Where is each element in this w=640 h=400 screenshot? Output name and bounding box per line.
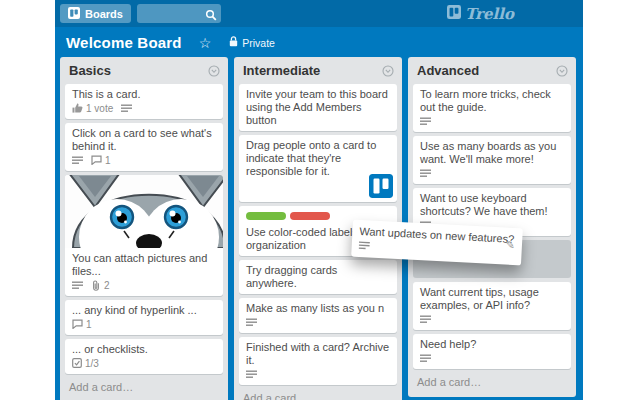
card[interactable]: Click on a card to see what's behind it.… — [65, 123, 223, 171]
visibility-control[interactable]: Private — [229, 36, 275, 49]
trello-logo[interactable]: Trello — [447, 5, 514, 23]
card-badges: 2 — [72, 280, 216, 292]
card[interactable]: ... any kind of hyperlink ...1 — [65, 300, 223, 335]
card-title: Need help? — [420, 338, 564, 351]
search-icon[interactable] — [205, 7, 217, 25]
comment-icon — [72, 319, 83, 331]
card-badges: 1/3 — [72, 358, 216, 370]
checklist-icon — [72, 358, 82, 370]
badge-text: 1 — [86, 320, 92, 330]
badge-description — [246, 318, 257, 329]
badge-description — [121, 104, 132, 115]
description-icon — [246, 370, 257, 381]
add-card-button[interactable]: Add a card… — [65, 378, 223, 398]
trello-logo-icon — [447, 5, 461, 23]
card-title: This is a card. — [72, 88, 216, 101]
comment-icon — [91, 155, 102, 167]
card[interactable]: Invite your team to this board using the… — [239, 84, 397, 131]
badge-description — [358, 240, 370, 252]
badge-text: 2 — [104, 281, 110, 291]
top-bar: Boards Trello — [55, 0, 583, 27]
add-card-button[interactable]: Add a card… — [239, 389, 397, 400]
card-body: You can attach pictures and files...2 — [65, 248, 223, 296]
card[interactable]: Need help? — [413, 334, 571, 369]
pencil-icon: ✎ — [505, 239, 515, 252]
card-title: Use as many boards as you want. We'll ma… — [420, 140, 564, 166]
husky-dog-photo — [65, 175, 223, 248]
description-icon — [420, 169, 431, 180]
card[interactable]: ... or checklists.1/3 — [65, 339, 223, 374]
list-header: Basics — [65, 61, 223, 84]
badge-description — [72, 281, 83, 292]
list-header: Advanced — [413, 61, 571, 84]
list-menu-icon[interactable] — [208, 65, 220, 77]
star-icon[interactable]: ☆ — [199, 36, 212, 50]
boards-icon — [68, 7, 80, 21]
card-badges: 1 — [72, 319, 216, 331]
list-title[interactable]: Basics — [69, 63, 111, 78]
list-basics: BasicsThis is a card.1 voteClick on a ca… — [60, 57, 228, 400]
badge-text: 1/3 — [85, 359, 99, 369]
description-icon — [72, 281, 83, 292]
board-header: Welcome Board ☆ Private — [55, 27, 583, 58]
badge-description — [420, 169, 431, 180]
badge-vote: 1 vote — [72, 103, 113, 115]
card-badges: 1 — [72, 155, 216, 167]
description-icon — [246, 318, 257, 329]
card[interactable]: To learn more tricks, check out the guid… — [413, 84, 571, 132]
card[interactable]: This is a card.1 vote — [65, 84, 223, 119]
label-red — [290, 212, 330, 220]
list-title[interactable]: Intermediate — [243, 63, 320, 78]
lock-icon — [229, 36, 238, 49]
card[interactable]: Try dragging cards anywhere. — [239, 260, 397, 294]
list-menu-icon[interactable] — [556, 65, 568, 77]
card-title: ... or checklists. — [72, 343, 216, 356]
trello-logo-text: Trello — [465, 5, 514, 23]
visibility-label: Private — [242, 37, 275, 49]
boards-button[interactable]: Boards — [60, 4, 131, 23]
label-green — [246, 212, 286, 220]
description-icon — [420, 354, 431, 365]
badge-comment: 1 — [72, 319, 92, 331]
card[interactable]: Drag people onto a card to indicate that… — [239, 135, 397, 202]
card[interactable]: You can attach pictures and files...2 — [65, 175, 223, 296]
card[interactable]: Finished with a card? Archive it. — [239, 337, 397, 385]
search-box[interactable] — [137, 4, 221, 23]
card-title: Want current tips, usage examples, or AP… — [420, 286, 564, 312]
card-title: Invite your team to this board using the… — [246, 88, 390, 127]
card[interactable]: Make as many lists as you n — [239, 298, 397, 333]
card-title: ... any kind of hyperlink ... — [72, 304, 216, 317]
list-title[interactable]: Advanced — [417, 63, 479, 78]
badge-description — [246, 370, 257, 381]
list-header: Intermediate — [239, 61, 397, 84]
card-title: Drag people onto a card to indicate that… — [246, 139, 390, 178]
card-badges — [246, 317, 390, 329]
card-title: Click on a card to see what's behind it. — [72, 127, 216, 153]
list-menu-icon[interactable] — [382, 65, 394, 77]
description-icon — [358, 240, 370, 252]
badge-attachment: 2 — [91, 280, 110, 293]
card[interactable]: Want current tips, usage examples, or AP… — [413, 282, 571, 330]
card-labels — [246, 212, 390, 220]
search-input[interactable] — [141, 4, 205, 25]
attachment-icon — [91, 280, 101, 293]
card[interactable]: Use as many boards as you want. We'll ma… — [413, 136, 571, 184]
card-badges — [420, 116, 564, 128]
vote-icon — [72, 103, 83, 115]
trello-member-avatar[interactable] — [369, 174, 393, 198]
card-badges: 1 vote — [72, 103, 216, 115]
card-badges — [420, 353, 564, 365]
card-badges — [420, 168, 564, 180]
description-icon — [420, 315, 431, 326]
badge-description — [72, 156, 83, 167]
card-title: Try dragging cards anywhere. — [246, 264, 390, 290]
badge-description — [420, 315, 431, 326]
badge-comment: 1 — [91, 155, 111, 167]
card-badges — [246, 369, 390, 381]
badge-checklist: 1/3 — [72, 358, 99, 370]
card-title: Make as many lists as you n — [246, 302, 390, 315]
badge-description — [420, 117, 431, 128]
badge-text: 1 — [105, 156, 111, 166]
add-card-button[interactable]: Add a card… — [413, 373, 571, 393]
description-icon — [121, 104, 132, 115]
